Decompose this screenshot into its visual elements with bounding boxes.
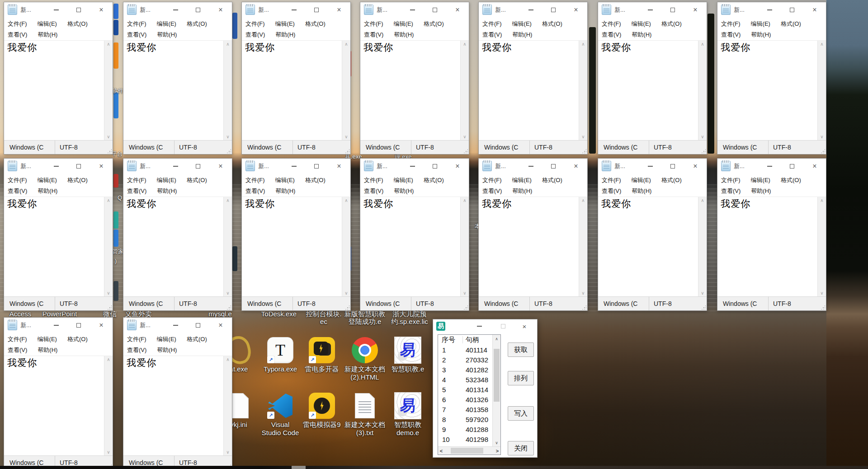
menu-view[interactable]: 查看(V) bbox=[245, 31, 265, 39]
scroll-down-icon[interactable]: ∨ bbox=[818, 291, 826, 295]
scroll-up-icon[interactable]: ∧ bbox=[698, 42, 707, 47]
menu-edit[interactable]: 编辑(E) bbox=[275, 20, 295, 28]
menu-format[interactable]: 格式(O) bbox=[187, 335, 207, 343]
close-button[interactable]: × bbox=[328, 159, 350, 174]
scroll-down-icon[interactable]: ∨ bbox=[342, 135, 350, 139]
menu-view[interactable]: 查看(V) bbox=[482, 31, 502, 39]
menu-view[interactable]: 查看(V) bbox=[602, 31, 621, 39]
menu-view[interactable]: 查看(V) bbox=[127, 31, 146, 39]
menu-edit[interactable]: 编辑(E) bbox=[38, 20, 57, 28]
menu-edit[interactable]: 编辑(E) bbox=[157, 335, 176, 343]
resize-grip[interactable] bbox=[226, 149, 231, 153]
vertical-scrollbar[interactable]: ∧ ∨ bbox=[698, 197, 707, 297]
scroll-up-icon[interactable]: ∧ bbox=[224, 42, 232, 47]
resize-grip[interactable] bbox=[345, 149, 349, 153]
menu-file[interactable]: 文件(F) bbox=[8, 335, 27, 343]
menu-view[interactable]: 查看(V) bbox=[8, 346, 27, 354]
scroll-left-icon[interactable]: < bbox=[438, 447, 444, 455]
list-vertical-scrollbar[interactable]: ∧ ∨ bbox=[492, 335, 500, 447]
handle-row[interactable]: 3401282 bbox=[438, 365, 493, 375]
menu-view[interactable]: 查看(V) bbox=[8, 31, 27, 39]
menu-view[interactable]: 查看(V) bbox=[482, 187, 502, 195]
menu-help[interactable]: 帮助(H) bbox=[157, 31, 177, 39]
resize-grip[interactable] bbox=[701, 149, 706, 153]
minimize-button[interactable] bbox=[45, 318, 67, 333]
scroll-up-icon[interactable]: ∧ bbox=[461, 42, 469, 47]
scroll-down-icon[interactable]: ∨ bbox=[224, 291, 232, 295]
menu-format[interactable]: 格式(O) bbox=[781, 176, 801, 184]
vertical-scrollbar[interactable]: ∧ ∨ bbox=[460, 41, 469, 141]
menu-file[interactable]: 文件(F) bbox=[245, 176, 265, 184]
menu-help[interactable]: 帮助(H) bbox=[512, 187, 532, 195]
menu-format[interactable]: 格式(O) bbox=[424, 176, 444, 184]
menu-file[interactable]: 文件(F) bbox=[8, 20, 27, 28]
taskbar-edge[interactable] bbox=[0, 466, 868, 469]
notepad-text-area[interactable]: 我爱你 ∧ ∨ bbox=[242, 40, 350, 141]
notepad-text-area[interactable]: 我爱你 ∧ ∨ bbox=[598, 197, 707, 297]
minimize-button[interactable] bbox=[164, 159, 187, 174]
arrange-button[interactable]: 排列 bbox=[508, 371, 534, 385]
menu-view[interactable]: 查看(V) bbox=[245, 187, 265, 195]
close-button[interactable]: × bbox=[209, 318, 232, 333]
scroll-down-icon[interactable]: ∨ bbox=[579, 291, 587, 295]
minimize-button[interactable] bbox=[164, 318, 187, 333]
menu-edit[interactable]: 编辑(E) bbox=[512, 176, 532, 184]
notepad-titlebar[interactable]: 新... × bbox=[4, 159, 113, 174]
desktop-icon[interactable]: 易智慧职教demo.e bbox=[381, 392, 434, 437]
scroll-up-icon[interactable]: ∧ bbox=[579, 198, 587, 203]
menu-edit[interactable]: 编辑(E) bbox=[632, 20, 651, 28]
handle-list[interactable]: 序号 句柄 1401114227033234012824532348540131… bbox=[438, 334, 501, 455]
maximize-button[interactable] bbox=[305, 2, 328, 17]
maximize-button[interactable] bbox=[661, 159, 684, 174]
close-button[interactable]: × bbox=[328, 2, 350, 17]
menu-edit[interactable]: 编辑(E) bbox=[38, 335, 57, 343]
menu-help[interactable]: 帮助(H) bbox=[632, 31, 651, 39]
maximize-button[interactable] bbox=[187, 318, 209, 333]
close-button[interactable]: × bbox=[565, 2, 587, 17]
scroll-down-icon[interactable]: ∨ bbox=[104, 450, 113, 455]
desktop-icon-label[interactable]: 控制台模块.ec bbox=[306, 310, 341, 325]
minimize-button[interactable] bbox=[519, 159, 542, 174]
scroll-up-icon[interactable]: ∧ bbox=[224, 198, 232, 203]
maximize-button[interactable] bbox=[781, 159, 803, 174]
handle-row[interactable]: 1401114 bbox=[438, 345, 493, 355]
close-button[interactable]: × bbox=[209, 2, 232, 17]
menu-help[interactable]: 帮助(H) bbox=[38, 346, 57, 354]
list-horizontal-scrollbar[interactable]: < > bbox=[438, 446, 500, 455]
resize-grip[interactable] bbox=[463, 149, 468, 153]
vertical-scrollbar[interactable]: ∧ ∨ bbox=[817, 41, 826, 141]
minimize-button[interactable] bbox=[401, 2, 424, 17]
minimize-button[interactable] bbox=[639, 159, 661, 174]
menu-view[interactable]: 查看(V) bbox=[364, 187, 383, 195]
resize-grip[interactable] bbox=[582, 305, 586, 310]
menu-help[interactable]: 帮助(H) bbox=[512, 31, 532, 39]
maximize-button[interactable] bbox=[781, 2, 803, 17]
notepad-titlebar[interactable]: 新... × bbox=[360, 159, 469, 174]
column-header-handle[interactable]: 句柄 bbox=[462, 336, 479, 344]
menu-format[interactable]: 格式(O) bbox=[67, 176, 88, 184]
scroll-up-icon[interactable]: ∧ bbox=[104, 42, 113, 47]
vertical-scrollbar[interactable]: ∧ ∨ bbox=[104, 356, 113, 456]
notepad-text-area[interactable]: 我爱你 ∧ ∨ bbox=[4, 356, 113, 456]
maximize-button[interactable] bbox=[542, 159, 565, 174]
close-action-button[interactable]: 关闭 bbox=[508, 441, 534, 455]
menu-format[interactable]: 格式(O) bbox=[187, 20, 207, 28]
minimize-button[interactable] bbox=[639, 2, 661, 17]
notepad-titlebar[interactable]: 新... × bbox=[717, 159, 826, 174]
menu-edit[interactable]: 编辑(E) bbox=[157, 20, 176, 28]
notepad-titlebar[interactable]: 新... × bbox=[479, 2, 587, 17]
tool-maximize-button[interactable] bbox=[493, 319, 513, 333]
close-button[interactable]: × bbox=[684, 2, 707, 17]
notepad-titlebar[interactable]: 新... × bbox=[598, 159, 707, 174]
menu-edit[interactable]: 编辑(E) bbox=[38, 176, 57, 184]
menu-edit[interactable]: 编辑(E) bbox=[512, 20, 532, 28]
resize-grip[interactable] bbox=[582, 149, 586, 153]
resize-grip[interactable] bbox=[821, 149, 825, 153]
menu-view[interactable]: 查看(V) bbox=[602, 187, 621, 195]
scroll-down-icon[interactable]: ∨ bbox=[698, 291, 707, 295]
menu-edit[interactable]: 编辑(E) bbox=[157, 176, 176, 184]
menu-help[interactable]: 帮助(H) bbox=[394, 187, 414, 195]
close-button[interactable]: × bbox=[684, 159, 707, 174]
menu-view[interactable]: 查看(V) bbox=[127, 346, 146, 354]
scroll-down-icon[interactable]: ∨ bbox=[461, 135, 469, 139]
